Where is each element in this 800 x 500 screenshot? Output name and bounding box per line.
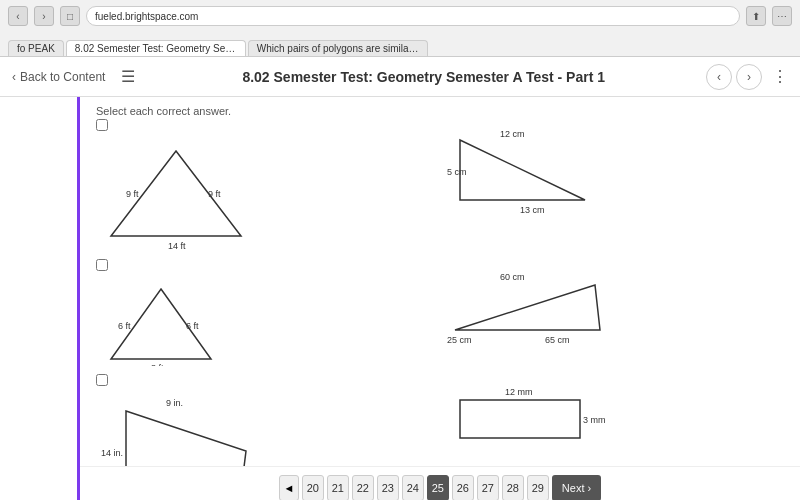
label-14in: 14 in.: [101, 448, 123, 458]
rectangle-svg: 12 mm 3 mm: [445, 380, 605, 450]
prev-page-btn[interactable]: ‹: [706, 64, 732, 90]
shape-container-4: 60 cm 25 cm 65 cm: [445, 265, 784, 349]
label-60cm: 60 cm: [500, 272, 525, 282]
browser-chrome: ‹ › □ fueled.brightspace.com ⬆ ⋯ fo PEAK…: [0, 0, 800, 57]
triangle-large-svg: 9 ft 9 ft 14 ft: [96, 141, 256, 251]
label-25cm: 25 cm: [447, 335, 472, 345]
svg-marker-1: [460, 140, 585, 200]
label-5cm: 5 cm: [447, 167, 467, 177]
browser-newtab-btn[interactable]: □: [60, 6, 80, 26]
nav-arrows: ‹ ›: [706, 64, 762, 90]
label-8ft: 8 ft: [151, 363, 164, 366]
page-num-25[interactable]: 25: [427, 475, 449, 500]
shape-item-triangle-large: 9 ft 9 ft 14 ft: [96, 125, 435, 255]
shape-item-triangle-flat: 60 cm 25 cm 65 cm: [445, 265, 784, 370]
browser-tab-polygons[interactable]: Which pairs of polygons are similar? Sel…: [248, 40, 428, 56]
content-area: Select each correct answer. 9 ft 9 ft 14…: [80, 97, 800, 500]
main-layout: Select each correct answer. 9 ft 9 ft 14…: [0, 97, 800, 500]
browser-toolbar: ‹ › □ fueled.brightspace.com ⬆ ⋯: [0, 0, 800, 32]
menu-icon[interactable]: ☰: [121, 67, 135, 86]
shape-checkbox-1[interactable]: [96, 119, 108, 131]
page-num-23[interactable]: 23: [377, 475, 399, 500]
pagination: ◄ 20 21 22 23 24 25 26 27 28 29 Next ›: [80, 466, 800, 500]
browser-more-btn[interactable]: ⋯: [772, 6, 792, 26]
triangle-right-large-svg: 12 cm 5 cm 13 cm: [445, 125, 605, 215]
shape-container-3: 6 ft 6 ft 8 ft: [96, 281, 435, 370]
label-6ft-right: 6 ft: [186, 321, 199, 331]
triangle-small-svg: 6 ft 6 ft 8 ft: [96, 281, 226, 366]
label-12cm: 12 cm: [500, 129, 525, 139]
browser-tabs: fo PEAK 8.02 Semester Test: Geometry Sem…: [0, 32, 800, 56]
label-3mm: 3 mm: [583, 415, 605, 425]
next-page-btn[interactable]: ›: [736, 64, 762, 90]
label-14ft: 14 ft: [168, 241, 186, 251]
page-num-22[interactable]: 22: [352, 475, 374, 500]
back-to-content-link[interactable]: ‹ Back to Content: [12, 70, 105, 84]
shape-checkbox-3[interactable]: [96, 259, 108, 271]
left-sidebar: [0, 97, 80, 500]
browser-back-btn[interactable]: ‹: [8, 6, 28, 26]
back-chevron-icon: ‹: [12, 70, 16, 84]
label-13cm: 13 cm: [520, 205, 545, 215]
shape-container-1: 9 ft 9 ft 14 ft: [96, 141, 435, 255]
page-num-27[interactable]: 27: [477, 475, 499, 500]
page-num-29[interactable]: 29: [527, 475, 549, 500]
more-options-icon[interactable]: ⋮: [772, 67, 788, 86]
browser-forward-btn[interactable]: ›: [34, 6, 54, 26]
shapes-grid: 9 ft 9 ft 14 ft 12 cm 5 cm 13 cm: [96, 125, 784, 500]
pagination-prev-btn[interactable]: ◄: [279, 475, 299, 500]
label-9ft-right: 9 ft: [208, 189, 221, 199]
shape-checkbox-5[interactable]: [96, 374, 108, 386]
browser-tab-peak[interactable]: fo PEAK: [8, 40, 64, 56]
page-num-20[interactable]: 20: [302, 475, 324, 500]
browser-tab-test[interactable]: 8.02 Semester Test: Geometry Semester A …: [66, 40, 246, 56]
page-num-26[interactable]: 26: [452, 475, 474, 500]
shape-item-triangle-small: 6 ft 6 ft 8 ft: [96, 265, 435, 370]
triangle-flat-svg: 60 cm 25 cm 65 cm: [445, 265, 615, 345]
page-num-28[interactable]: 28: [502, 475, 524, 500]
svg-marker-3: [455, 285, 600, 330]
browser-share-btn[interactable]: ⬆: [746, 6, 766, 26]
svg-rect-5: [460, 400, 580, 438]
shape-item-triangle-right-large: 12 cm 5 cm 13 cm: [445, 125, 784, 255]
address-text: fueled.brightspace.com: [95, 11, 198, 22]
question-instruction: Select each correct answer.: [96, 105, 784, 117]
shape-container-6: 12 mm 3 mm: [445, 380, 784, 454]
address-bar[interactable]: fueled.brightspace.com: [86, 6, 740, 26]
label-12mm: 12 mm: [505, 387, 533, 397]
back-label: Back to Content: [20, 70, 105, 84]
label-9ft-left: 9 ft: [126, 189, 139, 199]
app-header: ‹ Back to Content ☰ 8.02 Semester Test: …: [0, 57, 800, 97]
page-title: 8.02 Semester Test: Geometry Semester A …: [151, 69, 696, 85]
shape-container-2: 12 cm 5 cm 13 cm: [445, 125, 784, 219]
label-6ft-left: 6 ft: [118, 321, 131, 331]
page-num-24[interactable]: 24: [402, 475, 424, 500]
page-num-21[interactable]: 21: [327, 475, 349, 500]
label-65cm: 65 cm: [545, 335, 570, 345]
label-9in: 9 in.: [166, 398, 183, 408]
next-button[interactable]: Next ›: [552, 475, 601, 500]
